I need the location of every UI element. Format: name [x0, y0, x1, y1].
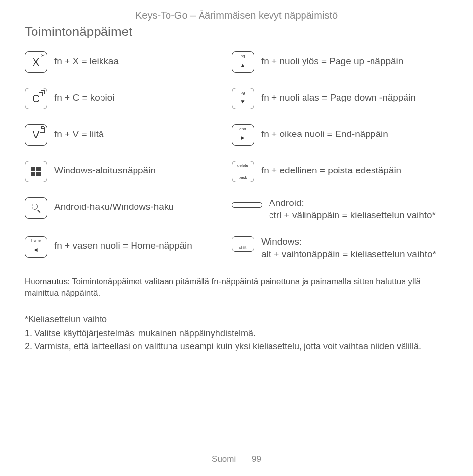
footer-page-number: 99 — [252, 454, 261, 464]
table-row: X ✂ fn + X = leikkaa pg ▲ fn + nuoli ylö… — [25, 51, 448, 73]
search-icon — [32, 204, 40, 212]
step-2: 2. Varmista, että laitteellasi on valitt… — [25, 340, 448, 354]
keycap-x: X ✂ — [25, 51, 47, 73]
note-label: Huomautus: — [25, 277, 70, 286]
keycap-c: C — [25, 88, 47, 109]
arrow-up-icon: ▲ — [240, 62, 246, 68]
key-letter: X — [33, 56, 40, 68]
keycap-home: home ◄ — [25, 236, 47, 258]
keycap-windows — [25, 161, 47, 182]
key-tiny-label: back — [232, 175, 254, 180]
table-row: Windows-aloitusnäppäin delete back fn + … — [25, 161, 448, 182]
arrow-left-icon: ◄ — [33, 247, 39, 253]
key-desc: fn + nuoli ylös = Page up -näppäin — [261, 51, 403, 68]
keycap-shift: shift — [232, 236, 254, 252]
arrow-down-icon: ▼ — [240, 99, 246, 104]
windows-icon — [31, 167, 41, 176]
keycap-v: V — [25, 124, 47, 146]
key-letter: V — [33, 129, 40, 141]
page-footer: Suomi 99 — [0, 454, 473, 464]
table-row: C fn + C = kopioi pg ▼ fn + nuoli alas =… — [25, 88, 448, 109]
key-tiny-label: delete — [232, 163, 254, 168]
key-tiny-label: end — [232, 127, 254, 131]
table-row: Android-haku/Windows-haku Android: ctrl … — [25, 197, 448, 221]
copy-icon — [39, 90, 45, 96]
keycap-end: end ► — [232, 124, 254, 146]
key-desc: Windows-aloitusnäppäin — [54, 161, 156, 177]
table-row: V fn + V = liitä end ► fn + oikea nuoli … — [25, 124, 448, 146]
key-grid: X ✂ fn + X = leikkaa pg ▲ fn + nuoli ylö… — [25, 51, 448, 261]
keycap-delete-back: delete back — [232, 161, 254, 182]
step-1: 1. Valitse käyttöjärjestelmäsi mukainen … — [25, 327, 448, 340]
footer-language: Suomi — [212, 454, 236, 464]
scissors-icon: ✂ — [41, 53, 45, 58]
page-header: Keys-To-Go – Äärimmäisen kevyt näppäimis… — [25, 10, 448, 21]
key-tiny-label: home — [25, 238, 47, 243]
sub-title: *Kieliasettelun vaihto — [25, 313, 448, 327]
key-desc: fn + C = kopioi — [54, 88, 115, 104]
keycap-spacebar — [232, 202, 262, 208]
keycap-search — [25, 197, 47, 219]
keycap-pgup: pg ▲ — [232, 51, 254, 73]
key-tiny-label: pg — [232, 54, 254, 58]
key-desc: fn + edellinen = poista edestäpäin — [261, 161, 401, 177]
table-row: home ◄ fn + vasen nuoli = Home-näppäin s… — [25, 236, 448, 260]
key-desc: Android: ctrl + välinäppäin = kieliasett… — [269, 197, 436, 221]
section-title: Toimintonäppäimet — [25, 24, 448, 39]
key-desc: fn + V = liitä — [54, 124, 103, 140]
key-desc: fn + oikea nuoli = End-näppäin — [261, 124, 388, 140]
note-text: Huomautus: Toimintonäppäimet valitaan pi… — [25, 276, 448, 299]
key-desc: fn + nuoli alas = Page down -näppäin — [261, 88, 416, 104]
paste-icon — [40, 127, 45, 133]
key-desc: fn + X = leikkaa — [54, 51, 119, 68]
note-body: Toimintonäppäimet valitaan pitämällä fn-… — [25, 277, 421, 298]
key-desc: fn + vasen nuoli = Home-näppäin — [54, 236, 192, 252]
arrow-right-icon: ► — [240, 135, 246, 141]
keycap-pgdn: pg ▼ — [232, 88, 254, 109]
key-tiny-label: pg — [232, 90, 254, 95]
language-switch-section: *Kieliasettelun vaihto 1. Valitse käyttö… — [25, 313, 448, 354]
key-desc: Windows: alt + vaihtonäppäin = kieliaset… — [261, 236, 436, 260]
key-desc: Android-haku/Windows-haku — [54, 197, 174, 213]
